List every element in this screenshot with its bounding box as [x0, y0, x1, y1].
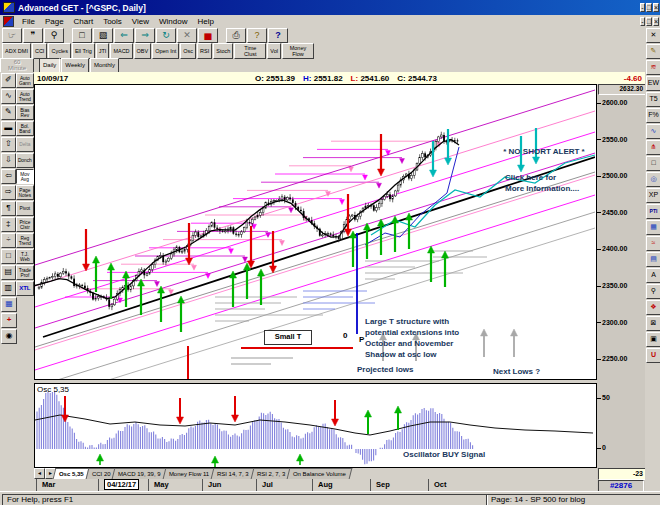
chart-icon[interactable]: ▅	[198, 28, 218, 43]
ellipse-tool-icon[interactable]: ◎	[646, 172, 660, 187]
sidebar-tool-donch[interactable]: Donch	[16, 153, 34, 168]
arrow-down-icon[interactable]: ⇩	[1, 153, 16, 168]
timeframe-weekly[interactable]: Weekly	[61, 58, 89, 73]
context-help-icon[interactable]: ?	[268, 28, 288, 43]
window-restore-button[interactable]: □	[646, 3, 652, 12]
print-icon[interactable]: ⎙	[226, 28, 246, 43]
new-page-icon[interactable]: □	[72, 28, 92, 43]
menu-chart[interactable]: Chart	[69, 17, 99, 26]
sidebar-tool-trade-prof[interactable]: Trade Prof	[16, 265, 34, 280]
study-money-flow[interactable]: Money Flow	[282, 43, 314, 59]
add-icon[interactable]: +	[1, 313, 17, 328]
study-open-int[interactable]: Open Int	[152, 43, 179, 59]
study-rsi[interactable]: RSI	[197, 43, 212, 59]
bands-icon[interactable]: ≈	[646, 236, 660, 251]
lines-template-icon[interactable]: ▦	[1, 297, 17, 312]
copy-icon[interactable]: ▣	[646, 332, 660, 347]
chart-close-button[interactable]: ×	[653, 17, 659, 26]
gann-fan-icon[interactable]: ⋔	[646, 140, 660, 155]
zoom-icon[interactable]: ⚲	[44, 28, 64, 43]
fib-icon[interactable]: F%	[646, 108, 660, 123]
tab-scroll-left[interactable]: ◄	[34, 468, 45, 479]
menu-tools[interactable]: Tools	[98, 17, 127, 26]
chart-template-icon[interactable]: ▥	[1, 281, 16, 296]
chart-restore-button[interactable]: □	[646, 17, 652, 26]
shapes-icon[interactable]: ❖	[646, 300, 660, 315]
menu-help[interactable]: Help	[192, 17, 218, 26]
sidebar-tool-mov-avg[interactable]: Mov Avg	[16, 169, 34, 184]
window-minimize-button[interactable]: -	[640, 3, 644, 12]
help-icon[interactable]: ?	[247, 28, 267, 43]
prev-page-icon[interactable]: ⇐	[114, 28, 134, 43]
page-manager-icon[interactable]: ▧	[93, 28, 113, 43]
zoom-tool-icon[interactable]: ⚲	[646, 284, 660, 299]
tab-money-flow-11[interactable]: Money Flow 11	[163, 468, 216, 479]
study-stoch[interactable]: Stoch	[213, 43, 233, 59]
marker-icon[interactable]: ▬	[1, 121, 16, 136]
trend-template-icon[interactable]: ▤	[1, 265, 16, 280]
gann-ear-icon[interactable]: ∿	[646, 124, 660, 139]
close-tool-icon[interactable]: ✕	[646, 28, 660, 43]
mob-icon[interactable]: ▦	[646, 220, 660, 235]
menu-file[interactable]: File	[17, 17, 40, 26]
sidebar-tool-reg-trend[interactable]: Reg Trend	[16, 233, 34, 248]
sidebar-tool-xtl[interactable]: XTL	[16, 281, 34, 296]
channels-icon[interactable]: ▤	[646, 252, 660, 267]
sidebar-tool-bol-band[interactable]: Bol. Band	[16, 121, 34, 136]
quote-icon[interactable]: ❞	[23, 28, 43, 43]
tab-rsi-2-7-3[interactable]: RSI 2, 7, 3	[251, 468, 292, 479]
study-time-clust[interactable]: Time Clust	[234, 43, 266, 59]
menu-page[interactable]: Page	[40, 17, 69, 26]
study-osc[interactable]: Osc	[180, 43, 196, 59]
brush-icon[interactable]: ✐	[1, 73, 16, 88]
sidebar-tool-bias-rev[interactable]: Bias Rev	[16, 105, 34, 120]
tab-on-balance-volume[interactable]: On Balance Volume	[287, 468, 353, 479]
divide-icon[interactable]: ÷	[1, 233, 16, 248]
split-icon[interactable]: ‡	[1, 217, 16, 232]
window-close-button[interactable]: ×	[653, 3, 659, 12]
timeframe-daily[interactable]: Daily	[39, 58, 60, 73]
undo-icon[interactable]: U	[646, 348, 660, 363]
arrow-up-icon[interactable]: ⇧	[1, 137, 16, 152]
tab-macd-19-39-9[interactable]: MACD 19, 39, 9	[112, 468, 167, 479]
menu-view[interactable]: View	[127, 17, 154, 26]
arrow-right-icon[interactable]: ⇨	[1, 185, 16, 200]
click-here-note[interactable]: Click here for	[505, 173, 556, 182]
tab-osc-5-35[interactable]: Osc 5,35	[53, 468, 90, 479]
sidebar-tool-price-clstr[interactable]: Price Clstr	[16, 217, 34, 232]
study-obv[interactable]: OBV	[134, 43, 152, 59]
trendlines-icon[interactable]: ≋	[646, 60, 660, 75]
wave-icon[interactable]: ∿	[1, 89, 16, 104]
pti-icon[interactable]: PTI	[646, 204, 660, 219]
pointer-icon[interactable]: ☞	[2, 28, 22, 43]
erase-icon[interactable]: ⊠	[646, 316, 660, 331]
timeframe-monthly[interactable]: Monthly	[90, 58, 119, 73]
text-tool-icon[interactable]: A	[646, 268, 660, 283]
price-chart[interactable]: * NO SHORT ALERT * Click here for More I…	[34, 84, 597, 380]
arrow-left-icon[interactable]: ⇦	[1, 169, 16, 184]
sidebar-row: ✐Auto Gann	[1, 73, 34, 88]
paragraph-icon[interactable]: ¶	[1, 201, 16, 216]
tab-rsi-14-7-3[interactable]: RSI 14, 7, 3	[211, 468, 255, 479]
chart-minimize-button[interactable]: -	[640, 17, 644, 26]
oscillator-panel[interactable]: Osc 5,35 Oscillator BUY Signal	[34, 383, 597, 468]
sidebar-tool-t-j-web[interactable]: T.J. Web	[16, 249, 34, 264]
sidebar-tool-page-notes[interactable]: Page Notes	[16, 185, 34, 200]
menu-window[interactable]: Window	[154, 17, 192, 26]
box-icon[interactable]: □	[1, 249, 16, 264]
delete-icon[interactable]: ✕	[177, 28, 197, 43]
elliott-icon[interactable]: EW	[646, 76, 660, 91]
sidebar-tool-pivot[interactable]: Pivot	[16, 201, 34, 216]
snapshot-icon[interactable]: ◉	[1, 329, 17, 344]
pencil-icon[interactable]: ✎	[1, 105, 16, 120]
expansion-icon[interactable]: XP	[646, 188, 660, 203]
sidebar-tool-auto-trend[interactable]: Auto Trend	[16, 89, 34, 104]
study-vol[interactable]: Vol	[267, 43, 281, 59]
refresh-icon[interactable]: ↻	[156, 28, 176, 43]
time-study-icon[interactable]: T5	[646, 92, 660, 107]
next-page-icon[interactable]: ⇒	[135, 28, 155, 43]
sidebar-tool-auto-gann[interactable]: Auto Gann	[16, 73, 34, 88]
pencil-tool-icon[interactable]: ✎	[646, 44, 660, 59]
box-tool-icon[interactable]: □	[646, 156, 660, 171]
more-info-note[interactable]: More Information....	[505, 184, 579, 193]
